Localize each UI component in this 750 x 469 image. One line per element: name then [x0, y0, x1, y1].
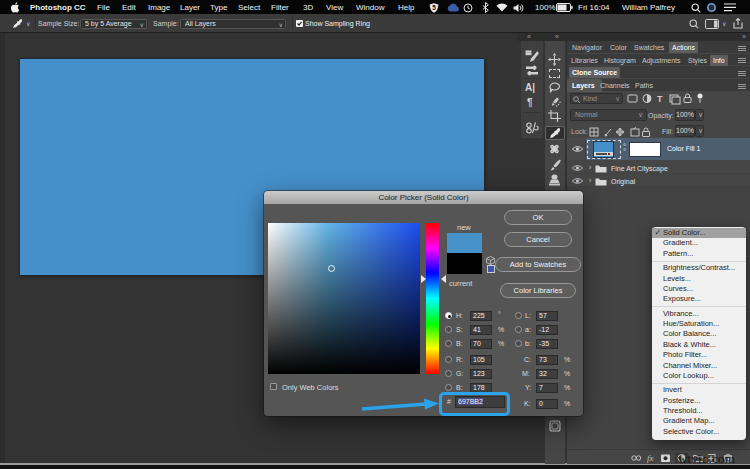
svg-text:fx: fx: [647, 453, 654, 463]
svg-text:T: T: [657, 94, 663, 104]
svg-text:5: 5: [432, 4, 436, 11]
